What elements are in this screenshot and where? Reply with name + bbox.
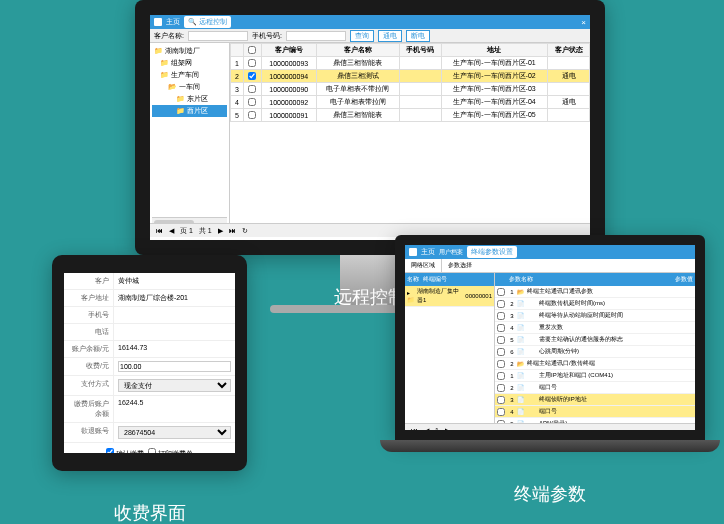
print-button[interactable]: 打印缴费单 [158,450,193,453]
laptop-caption: 终端参数 [395,482,705,506]
param-row[interactable]: 5📄需要主站确认的通信服务的标志 [495,334,695,346]
param-row[interactable]: 5📄APN(登录) [495,418,695,423]
col-check[interactable] [243,44,261,57]
tab-home[interactable]: 主页 [421,247,435,257]
home-icon[interactable] [409,248,417,256]
panel-code-label: 终端编号 [423,275,447,284]
param-row[interactable]: 4📄端口号 [495,406,695,418]
addr-value: 湖南制造厂综合楼-201 [114,290,235,306]
param-row[interactable]: 2📄端口号 [495,382,695,394]
pager-page: 页 1 [178,226,195,236]
tree-node[interactable]: 📂 一车间 [152,81,227,93]
confirm-button[interactable]: 确认缴费 [116,450,144,453]
home-icon[interactable] [154,18,162,26]
after-label: 缴费后账户余额 [64,396,114,422]
col-name: 客户名称 [316,44,399,57]
method-label: 支付方式 [64,376,114,395]
refund-label: 欲退账号 [64,423,114,442]
addr-label: 客户地址 [64,290,114,306]
col-id: 客户编号 [261,44,316,57]
col-param-name: 参数名称 [509,275,675,284]
param-row[interactable]: 2📂终端主站通讯口/数传终端 [495,358,695,370]
param-row[interactable]: 6📄心跳周期(分钟) [495,346,695,358]
cust-value: 黄仲城 [114,273,235,289]
subtab-network[interactable]: 网络区域 [405,259,442,272]
cust-name-input[interactable] [188,31,248,41]
table-row[interactable]: 51000000091鼎信三相智能表生产车间-一车间西片区-05 [231,109,590,122]
cust-label: 客户 [64,273,114,289]
tree-node[interactable]: 📁 东片区 [152,93,227,105]
col-status: 客户状态 [548,44,590,57]
param-row[interactable]: 1📄主用IP地址和端口 (COM41) [495,370,695,382]
param-row[interactable]: 4📄重发次数 [495,322,695,334]
tree-node-selected[interactable]: 📁 西片区 [152,105,227,117]
amount-input[interactable] [118,361,231,372]
tel-label: 电话 [64,324,114,340]
param-row[interactable]: 3📄终端等待从动站响应时间延时间 [495,310,695,322]
pager-prev-icon[interactable]: ◀ [167,227,176,235]
param-row[interactable]: 1📂终端主站通讯口通讯参数 [495,286,695,298]
tab-home[interactable]: 主页 [166,17,180,27]
remain-label: 账户余额/元 [64,341,114,357]
col-idx [231,44,244,57]
pager-prev-icon[interactable]: ◀ [422,427,431,431]
after-value: 16244.5 [114,396,235,422]
col-param-action: 参数值 [675,275,693,284]
terminal-params-app: 主页 用户档案 终端参数设置 网络区域 参数选择 名称 终端编号 ▸ 📁 湖南制… [405,245,695,430]
table-row[interactable]: 11000000093鼎信三相智能表生产车间-一车间西片区-01 [231,57,590,70]
tree-scrollbar[interactable] [152,217,227,223]
phone-label: 手机号码: [252,31,282,41]
org-tree: 📁 湖南制造厂 📁 组架网 📁 生产车间 📂 一车间 📁 东片区 📁 西片区 [150,43,230,223]
pager-total: 共 1 [197,226,214,236]
pager-first-icon[interactable]: ⏮ [409,427,420,430]
confirm-checkbox[interactable] [106,448,114,453]
method-select[interactable]: 现金支付 [118,379,231,392]
print-checkbox[interactable] [148,448,156,453]
pager-refresh-icon[interactable]: ↻ [240,227,250,235]
col-addr: 地址 [441,44,548,57]
panel-name-label: 名称 [407,275,419,284]
param-row[interactable]: 3📄终端侦听的IP地址 [495,394,695,406]
param-tree: 参数名称 参数值 1📂终端主站通讯口通讯参数2📄终端数传机延时时间(ms)3📄终… [495,273,695,423]
payment-form: 客户黄仲城 客户地址湖南制造厂综合楼-201 手机号 电话 账户余额/元1614… [64,273,235,453]
refund-select[interactable]: 28674504 [118,426,231,439]
phone-input[interactable] [286,31,346,41]
remote-control-app: 主页 🔍 远程控制 × 客户名称: 手机号码: 查询 通电 断电 📁 湖南制造厂… [150,15,590,240]
remain-value: 16144.73 [114,341,235,357]
titlebar: 主页 🔍 远程控制 × [150,15,590,29]
tab-remote-control[interactable]: 🔍 远程控制 [184,16,231,28]
left-tree-item[interactable]: ▸ 📁 湖南制造厂集中器1 00000001 [405,286,494,307]
pager-last-icon[interactable]: ⏭ [227,227,238,234]
tab-archives[interactable]: 用户档案 [439,248,463,257]
filter-bar: 客户名称: 手机号码: 查询 通电 断电 [150,29,590,43]
tree-node[interactable]: 📁 组架网 [152,57,227,69]
table-row[interactable]: 21000000094鼎信三相测试生产车间-一车间西片区-02通电 [231,70,590,83]
query-button[interactable]: 查询 [350,30,374,42]
close-icon[interactable]: × [581,18,586,27]
subtab-params[interactable]: 参数选择 [442,259,478,272]
col-phone: 手机号码 [399,44,441,57]
power-on-button[interactable]: 通电 [378,30,402,42]
cust-name-label: 客户名称: [154,31,184,41]
tablet-caption: 收费界面 [52,501,247,524]
table-row[interactable]: 31000000090电子单相表不带拉闸生产车间-一车间西片区-03 [231,83,590,96]
power-off-button[interactable]: 断电 [406,30,430,42]
pager: ⏮ ◀ 1 ▶ [405,423,695,430]
tree-node-root[interactable]: 📁 湖南制造厂 [152,45,227,57]
table-row[interactable]: 41000000092电子单相表带拉闸生产车间-一车间西片区-04通电 [231,96,590,109]
pager-next-icon[interactable]: ▶ [443,427,452,431]
tree-node[interactable]: 📁 生产车间 [152,69,227,81]
pager-first-icon[interactable]: ⏮ [154,227,165,234]
tab-terminal-params[interactable]: 终端参数设置 [467,246,517,258]
phone-label: 手机号 [64,307,114,323]
param-row[interactable]: 2📄终端数传机延时时间(ms) [495,298,695,310]
pager-next-icon[interactable]: ▶ [216,227,225,235]
titlebar: 主页 用户档案 终端参数设置 [405,245,695,259]
amount-label: 收费/元 [64,358,114,375]
customer-table: 客户编号 客户名称 手机号码 地址 客户状态 11000000093鼎信三相智能… [230,43,590,223]
